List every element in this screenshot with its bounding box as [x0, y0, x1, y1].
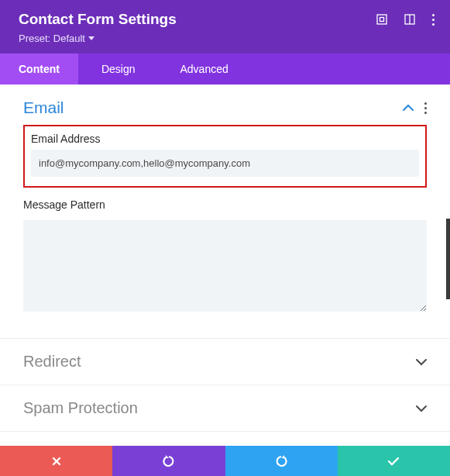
redo-button[interactable] — [225, 446, 338, 476]
undo-icon — [163, 455, 175, 467]
expand-icon[interactable] — [376, 14, 387, 25]
email-address-input[interactable] — [31, 150, 419, 177]
section-spam-title: Spam Protection — [23, 399, 138, 417]
footer-actions — [0, 446, 450, 476]
email-address-label: Email Address — [31, 133, 419, 145]
tab-advanced[interactable]: Advanced — [158, 53, 246, 85]
content-area: Email Email Address Message Pattern Redi… — [0, 85, 450, 432]
expand-spam-icon — [416, 402, 427, 416]
more-icon[interactable] — [432, 14, 435, 26]
tab-design[interactable]: Design — [78, 53, 159, 85]
section-more-icon[interactable] — [424, 102, 427, 114]
scrollbar-thumb[interactable] — [446, 219, 450, 299]
save-button[interactable] — [338, 446, 450, 476]
section-redirect[interactable]: Redirect — [0, 339, 450, 385]
close-icon — [51, 456, 62, 467]
section-email-title: Email — [23, 98, 64, 117]
svg-rect-0 — [377, 15, 386, 24]
redo-icon — [275, 455, 287, 467]
email-field-highlight: Email Address — [23, 125, 427, 188]
preset-label: Preset: Default — [19, 33, 85, 44]
collapse-icon[interactable] — [403, 101, 414, 115]
check-icon — [387, 457, 400, 466]
tab-content[interactable]: Content — [0, 53, 78, 85]
panel-icon[interactable] — [404, 14, 415, 25]
caret-down-icon — [88, 36, 94, 41]
undo-button[interactable] — [112, 446, 225, 476]
settings-header: Contact Form Settings Preset: Default — [0, 0, 450, 53]
message-pattern-input[interactable] — [23, 220, 427, 312]
expand-redirect-icon — [416, 355, 427, 369]
section-email: Email Email Address Message Pattern — [0, 85, 450, 339]
section-redirect-title: Redirect — [23, 353, 81, 371]
cancel-button[interactable] — [0, 446, 112, 476]
message-pattern-label: Message Pattern — [23, 198, 427, 211]
svg-rect-1 — [380, 18, 384, 22]
tabs: Content Design Advanced — [0, 53, 450, 85]
preset-selector[interactable]: Preset: Default — [19, 33, 435, 44]
page-title: Contact Form Settings — [19, 11, 177, 28]
section-spam[interactable]: Spam Protection — [0, 385, 450, 432]
